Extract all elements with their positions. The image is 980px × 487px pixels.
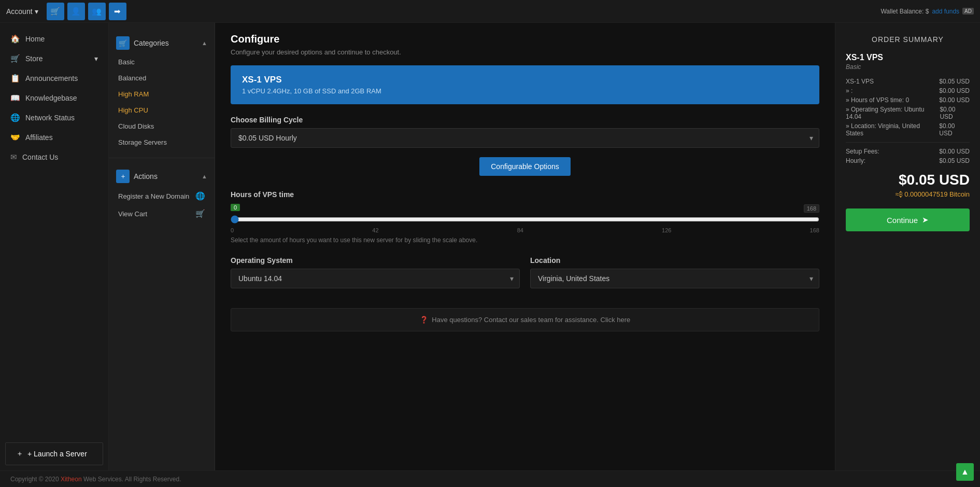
configurable-options-label: Configurable Options [491, 162, 559, 171]
sidebar-item-network-status-label: Network Status [25, 114, 75, 122]
hours-label-text: Hours of VPS time [231, 190, 294, 199]
slider-helper: Select the amount of hours you want to u… [231, 236, 819, 244]
order-summary-title: ORDER SUMMARY [846, 35, 970, 44]
order-bitcoin: ≈₿ 0.0000047519 Bitcoin [846, 190, 970, 198]
categories-icon-box: 🛒 [116, 36, 130, 50]
sidebar-item-announcements-label: Announcements [25, 74, 78, 82]
slider-ticks: 0 42 84 126 168 [231, 227, 819, 233]
submenu-item-storage-servers[interactable]: Storage Servers [109, 134, 215, 150]
sidebar: 🏠 Home 🛒 Store ▾ 📋 Announcements 📖 Knowl… [0, 23, 109, 470]
order-line-2: » Hours of VPS time: 0 $0.00 USD [846, 96, 970, 104]
submenu-item-basic[interactable]: Basic [109, 54, 215, 70]
actions-section: ＋ Actions ▲ Register a New Domain 🌐 View… [109, 161, 215, 227]
submenu-item-high-cpu[interactable]: High CPU [109, 102, 215, 118]
launch-server-button[interactable]: ＋ + Launch a Server [5, 442, 103, 465]
order-total: $0.05 USD [846, 172, 970, 188]
plus-icon: ＋ [16, 449, 23, 458]
sidebar-item-announcements[interactable]: 📋 Announcements [0, 68, 108, 88]
order-line-4: » Location: Virginia, United States $0.0… [846, 122, 970, 137]
launch-server-label: + Launch a Server [27, 450, 87, 458]
order-line-3-value: $0.00 USD [940, 106, 970, 120]
users-icon-button[interactable]: 👥 [88, 3, 106, 20]
sidebar-nav: 🏠 Home 🛒 Store ▾ 📋 Announcements 📖 Knowl… [0, 23, 108, 437]
hours-slider-input[interactable] [231, 215, 819, 224]
actions-header-left: ＋ Actions [116, 170, 158, 183]
sidebar-item-store[interactable]: 🛒 Store ▾ [0, 49, 108, 68]
order-line-2-label: » Hours of VPS time: 0 [846, 96, 909, 104]
order-hourly-line: Hourly: $0.05 USD [846, 157, 970, 164]
hours-max-box: 168 [804, 204, 819, 213]
topbar-left: Account ▾ 🛒 👤 👥 ➡ [6, 3, 126, 20]
categories-header[interactable]: 🛒 Categories ▲ [109, 32, 215, 54]
os-location-section: Operating System Ubuntu 14.04 Ubuntu 18.… [231, 256, 819, 298]
chevron-down-icon: ▾ [35, 7, 38, 16]
ad-badge: AD [962, 8, 974, 15]
store-inner: 🛒 Store [10, 54, 42, 63]
tick-126: 126 [662, 227, 671, 233]
sidebar-item-contact-us[interactable]: ✉ Contact Us [0, 147, 108, 167]
order-product-name: XS-1 VPS [846, 53, 970, 62]
location-select[interactable]: Virginia, United States Los Angeles, Uni… [530, 269, 819, 288]
os-select-wrap: Ubuntu 14.04 Ubuntu 18.04 Ubuntu 20.04 D… [231, 269, 520, 288]
help-link[interactable]: Have questions? Contact our sales team f… [432, 316, 630, 324]
submenu-item-balanced[interactable]: Balanced [109, 70, 215, 86]
product-name: XS-1 VPS [242, 75, 808, 85]
hours-slider-section: Hours of VPS time 0 168 0 42 84 126 168 … [231, 190, 819, 244]
os-label: Operating System [231, 256, 520, 265]
tick-168: 168 [810, 227, 819, 233]
add-funds-link[interactable]: add funds [932, 8, 959, 15]
submenu-item-high-ram[interactable]: High RAM [109, 86, 215, 102]
order-line-0-label: XS-1 VPS [846, 78, 874, 85]
icon-btn-group: 🛒 👤 👥 ➡ [47, 3, 126, 20]
order-line-0-value: $0.05 USD [939, 78, 970, 85]
order-line-4-value: $0.00 USD [939, 122, 970, 137]
continue-button[interactable]: Continue ➤ [846, 208, 970, 231]
order-setup-value: $0.00 USD [939, 148, 970, 155]
billing-cycle-select[interactable]: $0.05 USD Hourly $1.00 USD Daily $30.00 … [231, 128, 819, 148]
categories-label: Categories [134, 39, 169, 47]
product-spec: 1 vCPU 2.4GHz, 10 GB of SSD and 2GB RAM [242, 87, 808, 95]
sidebar-item-knowledgebase-label: Knowledgebase [25, 94, 77, 102]
account-label: Account [6, 7, 33, 16]
billing-cycle-wrap: $0.05 USD Hourly $1.00 USD Daily $30.00 … [231, 128, 819, 148]
page-subtitle: Configure your desired options and conti… [231, 48, 819, 56]
signin-icon-button[interactable]: ➡ [109, 3, 126, 20]
submenu-item-cloud-disks[interactable]: Cloud Disks [109, 118, 215, 134]
hours-slider-container [231, 215, 819, 225]
sidebar-item-affiliates-label: Affiliates [25, 133, 53, 142]
cart-icon-button[interactable]: 🛒 [47, 3, 64, 20]
contact-icon: ✉ [10, 152, 17, 162]
view-cart-label: View Cart [118, 210, 147, 218]
network-icon: 🌐 [10, 113, 20, 122]
register-domain-label: Register a New Domain [118, 192, 189, 200]
submenu-item-view-cart[interactable]: View Cart 🛒 [109, 205, 215, 222]
order-hourly-value: $0.05 USD [939, 157, 970, 164]
knowledgebase-icon: 📖 [10, 93, 20, 103]
topbar-right: Wallet Balance: $ add funds AD [880, 8, 974, 15]
os-select[interactable]: Ubuntu 14.04 Ubuntu 18.04 Ubuntu 20.04 D… [231, 269, 520, 288]
sidebar-item-network-status[interactable]: 🌐 Network Status [0, 108, 108, 128]
order-setup-line: Setup Fees: $0.00 USD [846, 148, 970, 155]
tick-0: 0 [231, 227, 234, 233]
sidebar-item-home[interactable]: 🏠 Home [0, 29, 108, 49]
order-line-1-value: $0.00 USD [939, 87, 970, 94]
cart-icon: 🛒 [195, 209, 205, 218]
submenu-item-register-domain[interactable]: Register a New Domain 🌐 [109, 187, 215, 205]
scroll-to-top-button[interactable]: ▲ [956, 463, 974, 481]
sidebar-item-contact-us-label: Contact Us [22, 153, 58, 161]
configurable-options-button[interactable]: Configurable Options [479, 157, 571, 176]
sidebar-item-affiliates[interactable]: 🤝 Affiliates [0, 128, 108, 147]
layout: 🏠 Home 🛒 Store ▾ 📋 Announcements 📖 Knowl… [0, 23, 980, 470]
billing-label: Choose Billing Cycle [231, 116, 819, 124]
actions-header[interactable]: ＋ Actions ▲ [109, 165, 215, 187]
chevron-down-icon: ▾ [94, 54, 98, 63]
sidebar-item-knowledgebase[interactable]: 📖 Knowledgebase [0, 88, 108, 108]
categories-header-left: 🛒 Categories [116, 36, 169, 50]
submenu-sidebar: 🛒 Categories ▲ Basic Balanced High RAM H… [109, 23, 215, 470]
order-line-2-value: $0.00 USD [939, 96, 970, 104]
wallet-balance-label: Wallet Balance: $ [880, 8, 929, 15]
order-line-4-label: » Location: Virginia, United States [846, 122, 939, 137]
sidebar-item-store-label: Store [25, 54, 42, 63]
account-button[interactable]: Account ▾ [6, 7, 38, 16]
user-icon-button[interactable]: 👤 [67, 3, 85, 20]
